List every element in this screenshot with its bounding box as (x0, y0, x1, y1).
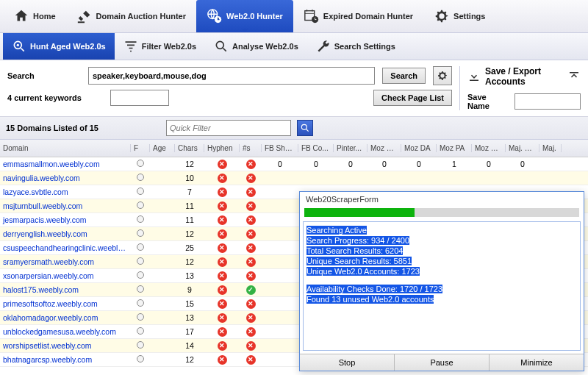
chars-cell: 7 (175, 188, 204, 196)
tab-web20-label: Web2.0 Hunter (226, 12, 283, 21)
gear-icon (434, 8, 450, 24)
chars-cell: 12 (175, 160, 204, 168)
col-s[interactable]: #s (240, 144, 262, 152)
domain-cell[interactable]: csuspeechandhearingclinic.weebly.c... (0, 243, 131, 252)
domain-cell[interactable]: bhatnagarcsp.weebly.com (0, 355, 131, 364)
domain-cell[interactable]: worshipsetlist.weebly.com (0, 341, 131, 350)
hyphen-cell: ✕ (204, 229, 240, 239)
domain-cell[interactable]: navingulia.weebly.com (0, 174, 131, 182)
f-cell[interactable] (131, 174, 150, 182)
chars-cell: 13 (175, 271, 204, 280)
domain-cell[interactable]: emmasmallmon.weebly.com (0, 160, 131, 168)
quick-filter-button[interactable] (297, 120, 313, 136)
stop-button[interactable]: Stop (300, 354, 395, 371)
tab-web20[interactable]: Web2.0 Hunter (196, 0, 293, 32)
col-majli[interactable]: Maj. Li... (506, 144, 539, 152)
domain-cell[interactable]: jesmarpacis.weebly.com (0, 215, 131, 224)
search-input[interactable] (88, 67, 375, 85)
f-cell[interactable] (131, 257, 150, 266)
col-maj[interactable]: Maj. (539, 144, 562, 152)
tab-settings[interactable]: Settings (423, 0, 495, 32)
save-name-input[interactable] (514, 93, 581, 110)
mozda-cell: 0 (401, 160, 437, 168)
fbsha-cell: 0 (262, 160, 298, 168)
col-mozpa[interactable]: Moz PA (437, 144, 472, 152)
search-settings-button[interactable] (433, 66, 452, 85)
chars-cell: 12 (175, 257, 204, 266)
domain-cell[interactable]: halost175.weebly.com (0, 285, 131, 294)
list-count-label: 15 Domains Listed of 15 (6, 124, 160, 132)
status-line: Searching Active (306, 226, 367, 235)
subtab-hunt[interactable]: Hunt Aged Web2.0s (3, 33, 115, 60)
subtab-filter[interactable]: Filter Web2.0s (115, 33, 205, 60)
col-mozda[interactable]: Moz DA (401, 144, 437, 152)
tab-auction[interactable]: Domain Auction Hunter (66, 0, 196, 32)
table-row[interactable]: navingulia.weebly.com10✕✕ (0, 171, 588, 185)
f-cell[interactable] (131, 215, 150, 224)
download-icon (467, 68, 481, 85)
f-cell[interactable] (131, 243, 150, 252)
f-cell[interactable] (131, 285, 150, 294)
subtab-searchset[interactable]: Search Settings (307, 33, 404, 60)
f-cell[interactable] (131, 341, 150, 350)
sub-nav: Hunt Aged Web2.0s Filter Web2.0s Analyse… (0, 32, 588, 60)
subtab-searchset-label: Search Settings (334, 42, 395, 51)
col-mozr[interactable]: Moz R... (472, 144, 506, 152)
col-pinter[interactable]: Pinter... (334, 144, 368, 152)
domain-cell[interactable]: unblockedgamesusa.weebly.com (0, 327, 131, 336)
quick-filter-input[interactable] (166, 120, 291, 136)
s-cell: ✕ (240, 215, 262, 225)
col-mozli[interactable]: Moz Li... (368, 144, 401, 152)
col-hyphen[interactable]: Hyphen (204, 144, 240, 152)
f-cell[interactable] (131, 313, 150, 322)
domain-cell[interactable]: derryenglish.weebly.com (0, 229, 131, 238)
col-fbco[interactable]: FB Co... (298, 144, 334, 152)
search-button[interactable]: Search (382, 68, 426, 84)
hyphen-cell: ✕ (204, 187, 240, 197)
f-cell[interactable] (131, 327, 150, 336)
gear-small-icon (437, 70, 448, 82)
hyphen-cell: ✕ (204, 312, 240, 323)
chars-cell: 10 (175, 174, 204, 182)
pause-button[interactable]: Pause (395, 354, 490, 371)
hyphen-cell: ✕ (204, 215, 240, 225)
progress-fill (304, 208, 415, 217)
f-cell[interactable] (131, 229, 150, 238)
domain-cell[interactable]: msjturnbull.weebly.com (0, 201, 131, 210)
f-cell[interactable] (131, 188, 150, 196)
grid-header: Domain F Age Chars Hyphen #s FB Sha... F… (0, 140, 588, 157)
fbco-cell: 0 (298, 160, 334, 168)
magnify-target-icon (12, 39, 26, 54)
keywords-input[interactable] (110, 90, 169, 106)
subtab-analyse[interactable]: Analyse Web2.0s (205, 33, 307, 60)
svg-point-5 (17, 44, 19, 46)
upload-icon[interactable] (567, 68, 581, 85)
col-chars[interactable]: Chars (175, 144, 204, 152)
tab-home[interactable]: Home (3, 0, 66, 32)
save-name-label: Save Name (467, 93, 510, 110)
check-page-list-button[interactable]: Check Page List (373, 90, 452, 106)
f-cell[interactable] (131, 299, 150, 308)
table-row[interactable]: emmasmallmon.weebly.com12✕✕00000100 (0, 157, 588, 171)
col-domain[interactable]: Domain (0, 144, 131, 152)
hyphen-cell: ✕ (204, 173, 240, 183)
domain-cell[interactable]: xsonarpersian.weebly.com (0, 271, 131, 280)
chars-cell: 12 (175, 355, 204, 364)
f-cell[interactable] (131, 201, 150, 210)
domain-cell[interactable]: sramyersmath.weebly.com (0, 257, 131, 266)
list-header: 15 Domains Listed of 15 (0, 117, 588, 140)
f-cell[interactable] (131, 355, 150, 364)
domain-cell[interactable]: primesoftsoftoz.weebly.com (0, 299, 131, 308)
tab-expired[interactable]: Expired Domain Hunter (293, 0, 423, 32)
domain-cell[interactable]: lazyace.svbtle.com (0, 188, 131, 196)
wrench-icon (316, 39, 331, 54)
f-cell[interactable] (131, 271, 150, 280)
col-age[interactable]: Age (150, 144, 175, 152)
domain-cell[interactable]: oklahomadagor.weebly.com (0, 313, 131, 322)
hyphen-cell: ✕ (204, 201, 240, 211)
col-fbsha[interactable]: FB Sha... (262, 144, 298, 152)
col-f[interactable]: F (131, 144, 150, 152)
s-cell: ✕ (240, 354, 262, 365)
f-cell[interactable] (131, 160, 150, 168)
minimize-button[interactable]: Minimize (490, 354, 584, 371)
